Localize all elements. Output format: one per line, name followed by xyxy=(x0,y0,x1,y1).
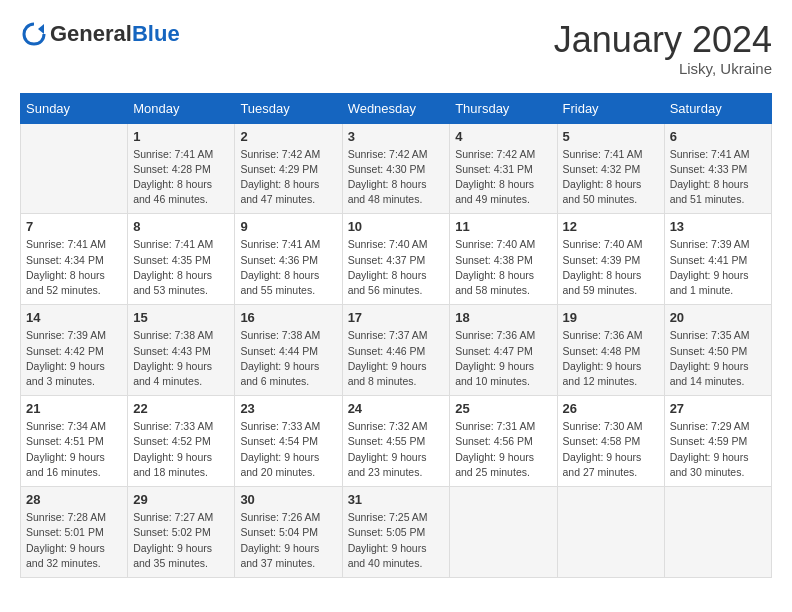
day-detail: Sunrise: 7:40 AMSunset: 4:37 PMDaylight:… xyxy=(348,237,445,298)
day-detail: Sunrise: 7:33 AMSunset: 4:52 PMDaylight:… xyxy=(133,419,229,480)
calendar-cell: 5Sunrise: 7:41 AMSunset: 4:32 PMDaylight… xyxy=(557,123,664,214)
day-number: 1 xyxy=(133,129,229,144)
day-detail: Sunrise: 7:41 AMSunset: 4:32 PMDaylight:… xyxy=(563,147,659,208)
calendar-cell: 13Sunrise: 7:39 AMSunset: 4:41 PMDayligh… xyxy=(664,214,771,305)
logo-icon xyxy=(20,20,48,48)
weekday-header-wednesday: Wednesday xyxy=(342,93,450,123)
calendar-cell: 25Sunrise: 7:31 AMSunset: 4:56 PMDayligh… xyxy=(450,396,557,487)
calendar-cell xyxy=(664,487,771,578)
day-number: 21 xyxy=(26,401,122,416)
day-number: 28 xyxy=(26,492,122,507)
day-detail: Sunrise: 7:30 AMSunset: 4:58 PMDaylight:… xyxy=(563,419,659,480)
day-number: 18 xyxy=(455,310,551,325)
calendar-cell: 4Sunrise: 7:42 AMSunset: 4:31 PMDaylight… xyxy=(450,123,557,214)
logo-general: General xyxy=(50,21,132,46)
day-detail: Sunrise: 7:36 AMSunset: 4:47 PMDaylight:… xyxy=(455,328,551,389)
calendar-cell: 2Sunrise: 7:42 AMSunset: 4:29 PMDaylight… xyxy=(235,123,342,214)
calendar-cell: 15Sunrise: 7:38 AMSunset: 4:43 PMDayligh… xyxy=(128,305,235,396)
calendar-cell: 3Sunrise: 7:42 AMSunset: 4:30 PMDaylight… xyxy=(342,123,450,214)
day-number: 10 xyxy=(348,219,445,234)
day-detail: Sunrise: 7:41 AMSunset: 4:33 PMDaylight:… xyxy=(670,147,766,208)
calendar-cell: 7Sunrise: 7:41 AMSunset: 4:34 PMDaylight… xyxy=(21,214,128,305)
calendar-cell: 30Sunrise: 7:26 AMSunset: 5:04 PMDayligh… xyxy=(235,487,342,578)
day-number: 29 xyxy=(133,492,229,507)
page-header: GeneralBlue January 2024 Lisky, Ukraine xyxy=(20,20,772,77)
weekday-header-friday: Friday xyxy=(557,93,664,123)
calendar-cell: 10Sunrise: 7:40 AMSunset: 4:37 PMDayligh… xyxy=(342,214,450,305)
calendar-table: SundayMondayTuesdayWednesdayThursdayFrid… xyxy=(20,93,772,578)
calendar-cell: 17Sunrise: 7:37 AMSunset: 4:46 PMDayligh… xyxy=(342,305,450,396)
calendar-cell: 22Sunrise: 7:33 AMSunset: 4:52 PMDayligh… xyxy=(128,396,235,487)
calendar-cell: 6Sunrise: 7:41 AMSunset: 4:33 PMDaylight… xyxy=(664,123,771,214)
day-number: 22 xyxy=(133,401,229,416)
calendar-cell: 16Sunrise: 7:38 AMSunset: 4:44 PMDayligh… xyxy=(235,305,342,396)
day-number: 7 xyxy=(26,219,122,234)
day-number: 3 xyxy=(348,129,445,144)
day-number: 5 xyxy=(563,129,659,144)
day-number: 23 xyxy=(240,401,336,416)
day-detail: Sunrise: 7:28 AMSunset: 5:01 PMDaylight:… xyxy=(26,510,122,571)
day-detail: Sunrise: 7:27 AMSunset: 5:02 PMDaylight:… xyxy=(133,510,229,571)
day-detail: Sunrise: 7:40 AMSunset: 4:38 PMDaylight:… xyxy=(455,237,551,298)
day-detail: Sunrise: 7:32 AMSunset: 4:55 PMDaylight:… xyxy=(348,419,445,480)
calendar-cell: 23Sunrise: 7:33 AMSunset: 4:54 PMDayligh… xyxy=(235,396,342,487)
day-detail: Sunrise: 7:37 AMSunset: 4:46 PMDaylight:… xyxy=(348,328,445,389)
calendar-cell: 8Sunrise: 7:41 AMSunset: 4:35 PMDaylight… xyxy=(128,214,235,305)
day-detail: Sunrise: 7:26 AMSunset: 5:04 PMDaylight:… xyxy=(240,510,336,571)
day-detail: Sunrise: 7:29 AMSunset: 4:59 PMDaylight:… xyxy=(670,419,766,480)
svg-marker-0 xyxy=(38,24,44,34)
day-number: 11 xyxy=(455,219,551,234)
day-detail: Sunrise: 7:41 AMSunset: 4:34 PMDaylight:… xyxy=(26,237,122,298)
day-number: 26 xyxy=(563,401,659,416)
day-number: 30 xyxy=(240,492,336,507)
calendar-cell: 20Sunrise: 7:35 AMSunset: 4:50 PMDayligh… xyxy=(664,305,771,396)
weekday-header-tuesday: Tuesday xyxy=(235,93,342,123)
day-detail: Sunrise: 7:39 AMSunset: 4:42 PMDaylight:… xyxy=(26,328,122,389)
day-detail: Sunrise: 7:41 AMSunset: 4:35 PMDaylight:… xyxy=(133,237,229,298)
day-number: 8 xyxy=(133,219,229,234)
calendar-cell: 18Sunrise: 7:36 AMSunset: 4:47 PMDayligh… xyxy=(450,305,557,396)
day-number: 20 xyxy=(670,310,766,325)
day-number: 15 xyxy=(133,310,229,325)
logo: GeneralBlue xyxy=(20,20,180,48)
day-detail: Sunrise: 7:42 AMSunset: 4:30 PMDaylight:… xyxy=(348,147,445,208)
day-detail: Sunrise: 7:33 AMSunset: 4:54 PMDaylight:… xyxy=(240,419,336,480)
day-number: 31 xyxy=(348,492,445,507)
calendar-cell: 1Sunrise: 7:41 AMSunset: 4:28 PMDaylight… xyxy=(128,123,235,214)
day-number: 14 xyxy=(26,310,122,325)
day-detail: Sunrise: 7:25 AMSunset: 5:05 PMDaylight:… xyxy=(348,510,445,571)
calendar-cell: 14Sunrise: 7:39 AMSunset: 4:42 PMDayligh… xyxy=(21,305,128,396)
weekday-header-thursday: Thursday xyxy=(450,93,557,123)
day-detail: Sunrise: 7:38 AMSunset: 4:43 PMDaylight:… xyxy=(133,328,229,389)
calendar-cell: 19Sunrise: 7:36 AMSunset: 4:48 PMDayligh… xyxy=(557,305,664,396)
location: Lisky, Ukraine xyxy=(554,60,772,77)
day-number: 4 xyxy=(455,129,551,144)
calendar-cell: 27Sunrise: 7:29 AMSunset: 4:59 PMDayligh… xyxy=(664,396,771,487)
day-number: 17 xyxy=(348,310,445,325)
day-number: 6 xyxy=(670,129,766,144)
weekday-header-monday: Monday xyxy=(128,93,235,123)
day-detail: Sunrise: 7:42 AMSunset: 4:29 PMDaylight:… xyxy=(240,147,336,208)
day-number: 24 xyxy=(348,401,445,416)
calendar-cell: 12Sunrise: 7:40 AMSunset: 4:39 PMDayligh… xyxy=(557,214,664,305)
day-number: 27 xyxy=(670,401,766,416)
calendar-cell: 26Sunrise: 7:30 AMSunset: 4:58 PMDayligh… xyxy=(557,396,664,487)
day-detail: Sunrise: 7:39 AMSunset: 4:41 PMDaylight:… xyxy=(670,237,766,298)
day-detail: Sunrise: 7:35 AMSunset: 4:50 PMDaylight:… xyxy=(670,328,766,389)
day-detail: Sunrise: 7:40 AMSunset: 4:39 PMDaylight:… xyxy=(563,237,659,298)
day-number: 2 xyxy=(240,129,336,144)
day-detail: Sunrise: 7:34 AMSunset: 4:51 PMDaylight:… xyxy=(26,419,122,480)
calendar-cell xyxy=(21,123,128,214)
calendar-cell: 21Sunrise: 7:34 AMSunset: 4:51 PMDayligh… xyxy=(21,396,128,487)
calendar-cell xyxy=(450,487,557,578)
day-detail: Sunrise: 7:42 AMSunset: 4:31 PMDaylight:… xyxy=(455,147,551,208)
day-detail: Sunrise: 7:41 AMSunset: 4:28 PMDaylight:… xyxy=(133,147,229,208)
day-number: 13 xyxy=(670,219,766,234)
day-detail: Sunrise: 7:36 AMSunset: 4:48 PMDaylight:… xyxy=(563,328,659,389)
day-number: 12 xyxy=(563,219,659,234)
day-detail: Sunrise: 7:38 AMSunset: 4:44 PMDaylight:… xyxy=(240,328,336,389)
calendar-cell: 11Sunrise: 7:40 AMSunset: 4:38 PMDayligh… xyxy=(450,214,557,305)
calendar-cell: 28Sunrise: 7:28 AMSunset: 5:01 PMDayligh… xyxy=(21,487,128,578)
day-number: 19 xyxy=(563,310,659,325)
calendar-cell xyxy=(557,487,664,578)
